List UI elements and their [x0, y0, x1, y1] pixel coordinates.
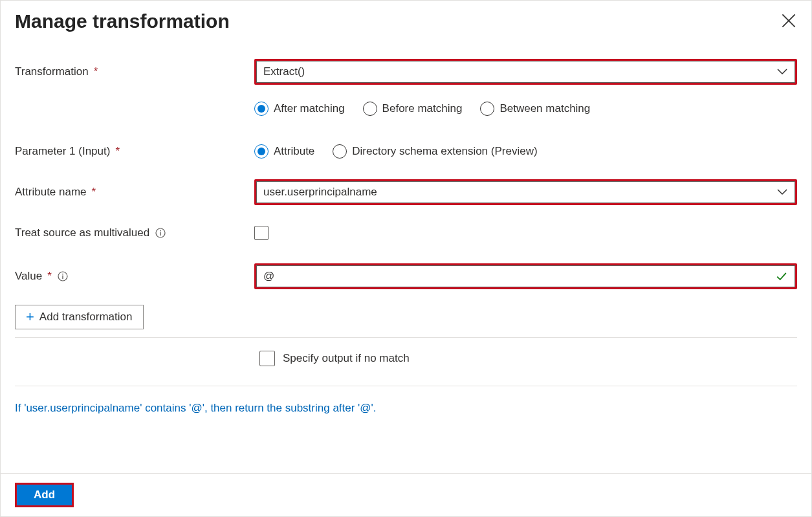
transformation-dropdown[interactable]: Extract() — [254, 59, 797, 85]
radio-label: Before matching — [382, 102, 463, 115]
chevron-down-icon — [776, 186, 788, 198]
transformation-value: Extract() — [263, 65, 776, 78]
value-label: Value — [15, 270, 42, 283]
check-icon — [775, 270, 788, 283]
svg-rect-4 — [160, 232, 160, 236]
chevron-down-icon — [776, 66, 788, 78]
radio-label: After matching — [274, 102, 345, 115]
transformation-preview-text: If 'user.userprincipalname' contains '@'… — [15, 402, 797, 415]
radio-label: Directory schema extension (Preview) — [352, 145, 537, 158]
divider — [15, 337, 797, 338]
required-indicator: * — [94, 65, 98, 78]
multivalued-checkbox[interactable] — [254, 226, 269, 240]
attribute-name-label: Attribute name — [15, 186, 87, 199]
required-indicator: * — [47, 270, 52, 283]
required-indicator: * — [115, 145, 120, 158]
plus-icon: + — [26, 310, 34, 324]
radio-after-matching[interactable]: After matching — [254, 102, 345, 116]
matching-radio-group: After matching Before matching Between m… — [254, 102, 590, 116]
radio-before-matching[interactable]: Before matching — [363, 102, 463, 116]
svg-point-3 — [160, 230, 161, 232]
specify-output-label: Specify output if no match — [283, 352, 410, 365]
info-icon[interactable] — [155, 227, 166, 239]
add-transformation-button[interactable]: + Add transformation — [15, 305, 144, 329]
multivalued-label: Treat source as multivalued — [15, 226, 149, 239]
required-indicator: * — [92, 186, 96, 199]
page-title: Manage transformation — [15, 10, 230, 33]
divider — [15, 386, 797, 386]
info-icon[interactable] — [57, 270, 69, 282]
radio-label: Attribute — [274, 145, 314, 158]
value-input[interactable]: @ — [254, 263, 797, 289]
transformation-label: Transformation — [15, 65, 89, 78]
attribute-name-value: user.userprincipalname — [263, 186, 776, 199]
parameter1-label: Parameter 1 (Input) — [15, 145, 110, 158]
add-transformation-label: Add transformation — [39, 311, 133, 324]
attribute-name-dropdown[interactable]: user.userprincipalname — [254, 179, 797, 205]
radio-label: Between matching — [499, 102, 590, 115]
value-text: @ — [263, 270, 775, 283]
parameter1-radio-group: Attribute Directory schema extension (Pr… — [254, 144, 538, 159]
svg-rect-7 — [62, 276, 63, 279]
svg-point-6 — [62, 274, 63, 275]
radio-attribute[interactable]: Attribute — [254, 144, 314, 159]
add-button[interactable]: Add — [17, 485, 72, 505]
specify-output-checkbox[interactable] — [259, 351, 275, 366]
close-icon[interactable] — [782, 14, 796, 28]
radio-directory-schema-extension[interactable]: Directory schema extension (Preview) — [333, 144, 537, 159]
radio-between-matching[interactable]: Between matching — [480, 102, 590, 116]
